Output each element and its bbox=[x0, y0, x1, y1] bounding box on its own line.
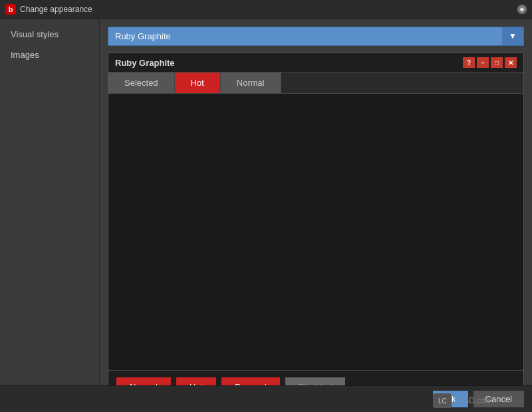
sidebar-item-images[interactable]: Images bbox=[0, 45, 99, 65]
dialog-title: Ruby Graphite bbox=[115, 58, 175, 68]
inner-dialog: Ruby Graphite ? – □ ✕ bbox=[108, 53, 524, 404]
chevron-down-icon: ▼ bbox=[509, 31, 517, 41]
dropdown-arrow-button[interactable]: ▼ bbox=[502, 27, 523, 45]
title-close-button[interactable]: ● bbox=[517, 5, 527, 14]
watermark-logo: LC bbox=[433, 393, 452, 408]
dialog-preview-area bbox=[108, 94, 523, 370]
tab-selected[interactable]: Selected bbox=[108, 73, 175, 93]
watermark: LC LC4D.com bbox=[433, 393, 492, 408]
close-icon: ● bbox=[519, 4, 525, 14]
style-dropdown[interactable]: Ruby Graphite bbox=[108, 27, 502, 45]
sidebar: Visual styles Images bbox=[0, 19, 100, 412]
sidebar-item-visual-styles[interactable]: Visual styles bbox=[0, 24, 99, 45]
dialog-minimize-button[interactable]: – bbox=[477, 57, 489, 68]
window-title: Change appearance bbox=[20, 5, 92, 14]
main-layout: Visual styles Images Ruby Graphite ▼ Rub… bbox=[0, 19, 532, 412]
dialog-controls: ? – □ ✕ bbox=[463, 57, 517, 68]
style-dropdown-wrapper: Ruby Graphite ▼ bbox=[108, 27, 524, 46]
tab-hot[interactable]: Hot bbox=[175, 73, 221, 93]
title-bar: b Change appearance ● bbox=[0, 0, 532, 19]
tab-normal[interactable]: Normal bbox=[221, 73, 281, 93]
content-area: Ruby Graphite ▼ Ruby Graphite ? – bbox=[100, 19, 532, 412]
dialog-maximize-button[interactable]: □ bbox=[491, 57, 503, 68]
app-icon: b bbox=[5, 4, 16, 15]
main-footer: Ok Cancel LC LC4D.com bbox=[0, 385, 532, 412]
dialog-help-button[interactable]: ? bbox=[463, 57, 475, 68]
dialog-titlebar: Ruby Graphite ? – □ ✕ bbox=[108, 53, 523, 73]
dialog-close-button[interactable]: ✕ bbox=[505, 57, 517, 68]
tab-strip: Selected Hot Normal bbox=[108, 73, 523, 94]
